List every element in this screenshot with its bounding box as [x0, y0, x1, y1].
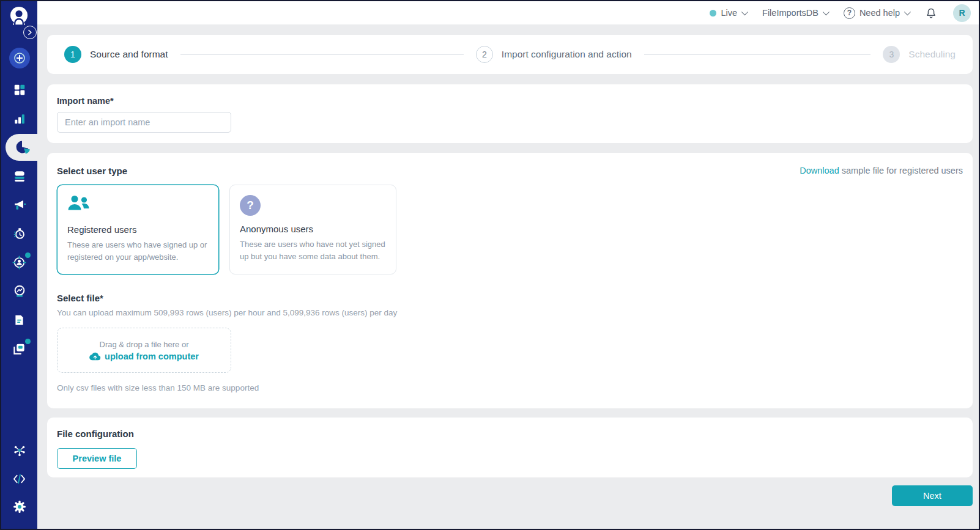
rate-limit-note: You can upload maximum 509,993 rows (use… — [57, 308, 963, 317]
preview-file-button[interactable]: Preview file — [57, 448, 137, 469]
cloud-upload-icon — [89, 352, 101, 361]
gear-icon — [12, 499, 27, 514]
step-source-and-format[interactable]: 1 Source and format — [64, 46, 168, 63]
file-configuration-section: File configuration Preview file — [47, 418, 973, 477]
sidebar-item-segments[interactable] — [6, 134, 37, 161]
sidebar-item-campaigns[interactable] — [12, 197, 27, 212]
footer-bar: Next — [47, 477, 973, 506]
sidebar-item-reports[interactable] — [12, 312, 27, 327]
option-title: Anonymous users — [240, 224, 386, 234]
database-icon — [13, 169, 26, 183]
project-label: FileImportsDB — [762, 8, 819, 18]
notifications-button[interactable] — [925, 7, 937, 20]
step-connector — [644, 54, 871, 55]
help-menu[interactable]: ? Need help — [844, 7, 909, 19]
step-number: 2 — [476, 46, 493, 63]
project-selector[interactable]: FileImportsDB — [762, 8, 828, 18]
layers-icon — [12, 342, 26, 356]
environment-label: Live — [721, 8, 737, 18]
step-scheduling[interactable]: 3 Scheduling — [883, 46, 956, 63]
import-name-input[interactable] — [57, 112, 231, 133]
upload-link-label: upload from computer — [105, 351, 199, 361]
trend-icon — [13, 284, 26, 298]
page-content: 1 Source and format 2 Import configurati… — [37, 24, 979, 529]
bell-icon — [925, 7, 937, 20]
file-configuration-heading: File configuration — [57, 429, 963, 439]
dropzone-text: Drag & drop a file here or — [100, 340, 189, 349]
sidebar-item-audiences[interactable] — [12, 255, 27, 270]
stepper: 1 Source and format 2 Import configurati… — [47, 35, 973, 74]
bar-chart-icon — [13, 112, 26, 125]
chevron-down-icon — [741, 9, 748, 15]
user-type-heading: Select user type — [57, 166, 127, 176]
create-button[interactable] — [9, 48, 30, 68]
main-area: Live FileImportsDB ? Need help R — [37, 1, 979, 529]
select-file-heading: Select file* — [57, 293, 963, 303]
grid-icon — [13, 83, 26, 97]
sidebar — [1, 1, 37, 529]
sidebar-item-predictions[interactable] — [12, 284, 27, 298]
stopwatch-icon — [13, 227, 26, 240]
step-label: Source and format — [90, 49, 168, 60]
import-name-label: Import name* — [57, 96, 963, 106]
user-avatar[interactable]: R — [953, 4, 971, 22]
sidebar-item-dashboard[interactable] — [12, 83, 27, 97]
file-dropzone[interactable]: Drag & drop a file here or upload from c… — [57, 328, 231, 373]
upload-from-computer-link[interactable]: upload from computer — [89, 351, 199, 361]
option-description: These are users who have not yet signed … — [240, 238, 386, 263]
sidebar-item-settings[interactable] — [12, 499, 27, 514]
sample-file-text: Download sample file for registered user… — [800, 166, 963, 175]
chevron-down-icon — [904, 9, 911, 15]
user-type-section: Select user type Download sample file fo… — [47, 153, 973, 408]
option-anonymous-users[interactable]: ? Anonymous users These are users who ha… — [229, 185, 396, 274]
help-circle-icon: ? — [844, 7, 855, 19]
user-type-options: Registered users These are users who hav… — [57, 185, 963, 274]
step-label: Scheduling — [908, 49, 956, 60]
step-number: 3 — [883, 46, 900, 63]
option-registered-users[interactable]: Registered users These are users who hav… — [57, 185, 219, 274]
select-file-section: Select file* You can upload maximum 509,… — [57, 293, 963, 392]
person-logo-icon — [9, 6, 29, 27]
sidebar-item-integrations[interactable] — [12, 443, 27, 458]
sidebar-collapse-button[interactable] — [23, 26, 37, 39]
sample-file-suffix: sample file for registered users — [839, 166, 963, 175]
option-title: Registered users — [67, 224, 209, 235]
sidebar-nav-bottom — [1, 443, 37, 514]
user-target-icon — [12, 256, 26, 270]
download-sample-link[interactable]: Download — [800, 166, 839, 175]
app-window: Live FileImportsDB ? Need help R — [0, 0, 980, 530]
next-button[interactable]: Next — [892, 485, 973, 506]
step-import-configuration[interactable]: 2 Import configuration and action — [476, 46, 632, 63]
sidebar-item-journeys[interactable] — [12, 226, 27, 241]
sidebar-nav — [1, 48, 37, 356]
network-icon — [13, 444, 26, 457]
chevron-right-icon — [27, 29, 33, 35]
step-number: 1 — [64, 46, 81, 63]
code-icon — [12, 472, 26, 486]
sidebar-item-library[interactable] — [12, 341, 27, 356]
help-label: Need help — [859, 8, 900, 18]
document-icon — [13, 314, 26, 326]
import-name-section: Import name* — [47, 84, 973, 143]
chevron-down-icon — [823, 9, 830, 15]
megaphone-icon — [13, 198, 26, 212]
environment-selector[interactable]: Live — [710, 8, 746, 18]
sidebar-item-developer[interactable] — [12, 471, 27, 486]
topbar: Live FileImportsDB ? Need help R — [37, 1, 979, 24]
live-status-dot — [710, 10, 716, 17]
notification-dot — [25, 339, 31, 344]
option-description: These are users who have signed up or re… — [67, 239, 209, 263]
question-mark-icon: ? — [240, 195, 261, 216]
notification-dot — [25, 252, 31, 258]
step-connector — [180, 54, 464, 55]
plus-icon — [13, 52, 26, 64]
people-icon — [67, 195, 90, 214]
step-label: Import configuration and action — [502, 49, 632, 60]
sidebar-item-data[interactable] — [12, 169, 27, 183]
pie-chart-icon — [15, 139, 31, 155]
sidebar-item-analytics[interactable] — [12, 111, 27, 126]
file-format-note: Only csv files with size less than 150 M… — [57, 383, 963, 392]
